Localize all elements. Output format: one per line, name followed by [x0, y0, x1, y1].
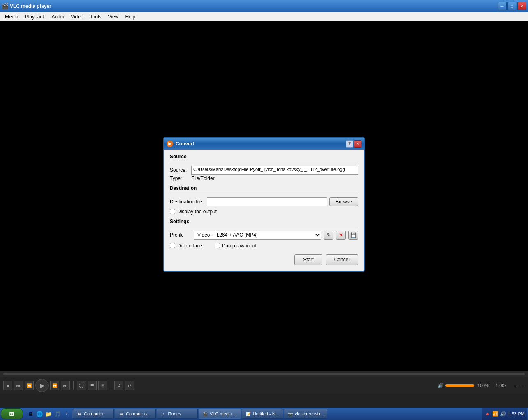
zoom-level: 1.00x — [496, 383, 507, 388]
taskbar-item-itunes[interactable]: ♪ iTunes — [157, 409, 198, 419]
dialog-title: Convert — [176, 141, 346, 147]
browse-button[interactable]: Browse — [329, 197, 358, 206]
volume-slider[interactable] — [445, 384, 474, 387]
dump-raw-item: Dump raw input — [215, 243, 257, 249]
source-value: C:\Users\Mark\Desktop\File-Pyotr_Ilyich_… — [191, 166, 358, 175]
source-section-label: Source — [170, 154, 358, 159]
dialog-body: Source Source: C:\Users\Mark\Desktop\Fil… — [164, 150, 364, 271]
ql-media[interactable]: 🎵 — [53, 410, 62, 418]
controls-separator-2 — [111, 381, 111, 390]
taskbar-item-screenshot-label: vlc screensh... — [295, 411, 324, 416]
screenshot-icon: 📷 — [287, 411, 293, 417]
next-chapter-button[interactable]: ⏭ — [61, 381, 70, 390]
controls-separator-1 — [73, 381, 74, 390]
destination-section-label: Destination — [170, 185, 358, 191]
start-button[interactable]: Start — [294, 254, 322, 265]
taskbar-item-itunes-label: iTunes — [168, 411, 181, 416]
profile-label: Profile — [170, 232, 191, 238]
minimize-button[interactable]: ─ — [498, 2, 507, 10]
type-row: Type: File/Folder — [170, 175, 358, 181]
dest-file-input[interactable] — [207, 197, 327, 206]
shuffle-button[interactable]: ⇄ — [125, 381, 134, 390]
taskbar-item-vlc[interactable]: 🎬 VLC media ... — [199, 409, 241, 419]
maximize-button[interactable]: □ — [507, 2, 516, 10]
controls-area: ■ ⏮ ⏪ ▶ ⏩ ⏭ ⛶ ☰ ⊞ ↺ ⇄ 🔊 100% 1.00x --:--… — [0, 371, 528, 408]
dialog-buttons: Start Cancel — [170, 254, 358, 265]
display-output-checkbox[interactable] — [170, 209, 175, 214]
taskbar-item-notepad[interactable]: 📝 Untitled - N... — [242, 409, 283, 419]
quick-launch: 🖥 🌐 📁 🎵 » — [25, 410, 73, 418]
dialog-icon: ▶ — [167, 141, 173, 147]
menu-video[interactable]: Video — [67, 13, 86, 21]
taskbar-item-screenshot[interactable]: 📷 vlc screensh... — [284, 409, 327, 419]
taskbar-item-computer[interactable]: 🖥 Computer — [73, 409, 114, 419]
taskbar-item-vlc-label: VLC media ... — [210, 411, 237, 416]
start-button[interactable]: ⊞ — [1, 408, 23, 419]
profile-select[interactable]: Video - H.264 + AAC (MP4) — [194, 231, 321, 240]
menu-tools[interactable]: Tools — [87, 13, 105, 21]
source-label: Source: — [170, 167, 191, 173]
delete-profile-button[interactable]: ✕ — [336, 231, 346, 240]
dest-file-label: Destination file: — [170, 199, 207, 205]
video-area: ▶ Convert ? ✕ Source Source: C:\Users\Ma… — [0, 21, 528, 371]
prev-chapter-button[interactable]: ⏮ — [14, 381, 23, 390]
settings-divider — [170, 227, 358, 227]
close-button[interactable]: ✕ — [517, 2, 526, 10]
deinterlace-checkbox[interactable] — [170, 243, 175, 248]
dump-raw-checkbox[interactable] — [215, 243, 220, 248]
source-divider — [170, 162, 358, 162]
next-frame-button[interactable]: ⏩ — [50, 381, 59, 390]
taskbar-items: 🖥 Computer 🖥 Computer\... ♪ iTunes 🎬 VLC… — [73, 409, 482, 419]
title-bar: 🎬 VLC media player ─ □ ✕ — [0, 0, 528, 12]
dialog-close-button[interactable]: ✕ — [354, 140, 361, 148]
display-output-label: Display the output — [177, 209, 217, 215]
edit-profile-button[interactable]: ✎ — [324, 231, 333, 240]
taskbar-item-computer2[interactable]: 🖥 Computer\... — [115, 409, 156, 419]
help-button[interactable]: ? — [346, 140, 353, 148]
type-value: File/Folder — [191, 175, 215, 181]
playlist-button[interactable]: ☰ — [88, 381, 97, 390]
computer-icon: 🖥 — [76, 411, 82, 417]
play-button[interactable]: ▶ — [35, 379, 49, 392]
volume-icon: 🔊 — [438, 383, 444, 388]
prev-frame-button[interactable]: ⏪ — [25, 381, 34, 390]
dialog-titlebar: ▶ Convert ? ✕ — [164, 138, 364, 150]
cancel-button[interactable]: Cancel — [326, 254, 358, 265]
destination-divider — [170, 194, 358, 194]
taskbar: ⊞ 🖥 🌐 📁 🎵 » 🖥 Computer 🖥 Computer\... ♪ … — [0, 408, 528, 420]
menu-playback[interactable]: Playback — [22, 13, 49, 21]
tray-icon-3: 🔊 — [500, 411, 506, 417]
windows-logo: ⊞ — [9, 411, 14, 417]
fullscreen-button[interactable]: ⛶ — [77, 381, 86, 390]
menu-audio[interactable]: Audio — [48, 13, 67, 21]
menu-help[interactable]: Help — [122, 13, 139, 21]
ql-ie[interactable]: 🌐 — [35, 410, 44, 418]
type-label: Type: — [170, 175, 191, 181]
ql-extra[interactable]: » — [63, 410, 71, 418]
ql-show-desktop[interactable]: 🖥 — [26, 410, 35, 418]
extended-settings-button[interactable]: ⊞ — [98, 381, 107, 390]
convert-dialog: ▶ Convert ? ✕ Source Source: C:\Users\Ma… — [163, 137, 365, 272]
menu-media[interactable]: Media — [2, 13, 22, 21]
settings-section: Settings Profile Video - H.264 + AAC (MP… — [170, 219, 358, 249]
taskbar-item-computer-label: Computer — [84, 411, 104, 416]
vlc-icon: 🎬 — [2, 3, 8, 9]
deinterlace-label: Deinterlace — [177, 243, 202, 249]
dialog-controls: ? ✕ — [346, 140, 361, 148]
window-controls: ─ □ ✕ — [498, 2, 526, 10]
menu-view[interactable]: View — [105, 13, 122, 21]
dump-raw-label: Dump raw input — [222, 243, 257, 249]
time-display: --:--:-- — [513, 383, 525, 388]
progress-slider[interactable] — [3, 373, 525, 375]
stop-button[interactable]: ■ — [3, 381, 12, 390]
loop-button[interactable]: ↺ — [114, 381, 123, 390]
controls-buttons: ■ ⏮ ⏪ ▶ ⏩ ⏭ ⛶ ☰ ⊞ ↺ ⇄ 🔊 100% 1.00x --:--… — [0, 377, 528, 394]
destination-section: Destination Destination file: Browse Dis… — [170, 185, 358, 215]
app-title: VLC media player — [10, 3, 498, 9]
settings-section-label: Settings — [170, 219, 358, 224]
save-profile-button[interactable]: 💾 — [348, 231, 358, 240]
progress-bar-container[interactable] — [0, 371, 528, 377]
taskbar-item-computer2-label: Computer\... — [126, 411, 151, 416]
tray-icon-2: 📶 — [492, 411, 498, 417]
ql-folder[interactable]: 📁 — [44, 410, 53, 418]
